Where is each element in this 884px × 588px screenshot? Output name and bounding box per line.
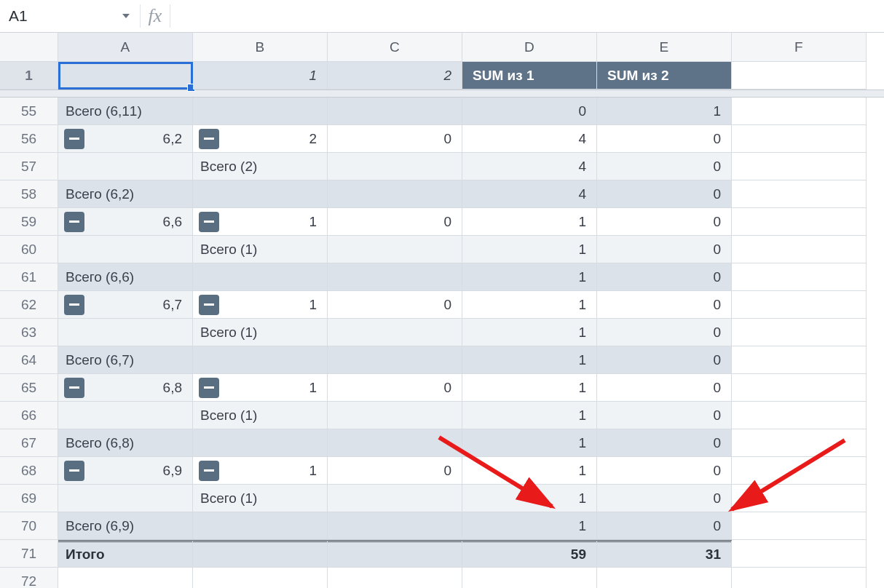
cell[interactable]: 0: [597, 208, 732, 236]
row-header[interactable]: 70: [0, 512, 58, 540]
cell[interactable]: [732, 485, 867, 512]
cell[interactable]: [193, 429, 328, 457]
cell[interactable]: Всего (6,9): [58, 512, 193, 540]
formula-input[interactable]: [170, 0, 884, 33]
cell[interactable]: [328, 98, 462, 125]
cell[interactable]: [328, 485, 462, 512]
cell[interactable]: 4: [462, 125, 597, 153]
cell[interactable]: [732, 291, 867, 319]
collapse-button[interactable]: [64, 461, 84, 481]
collapse-button[interactable]: [199, 461, 219, 481]
cell[interactable]: 0: [597, 402, 732, 429]
cell[interactable]: 1: [193, 374, 328, 402]
cell[interactable]: 1: [462, 485, 597, 512]
cell[interactable]: 1: [462, 319, 597, 346]
cell-E1[interactable]: SUM из 2: [597, 62, 732, 90]
cell[interactable]: [58, 236, 193, 263]
row-header[interactable]: 62: [0, 291, 58, 319]
cell[interactable]: [732, 346, 867, 374]
cell[interactable]: 6,8: [58, 374, 193, 402]
col-header-A[interactable]: A: [58, 33, 193, 62]
cell[interactable]: 6,9: [58, 457, 193, 485]
collapse-button[interactable]: [64, 378, 84, 398]
cell[interactable]: [58, 568, 193, 588]
row-header[interactable]: 57: [0, 153, 58, 180]
cell[interactable]: [732, 153, 867, 180]
collapse-button[interactable]: [64, 295, 84, 315]
cell[interactable]: 0: [597, 457, 732, 485]
cell[interactable]: 0: [597, 319, 732, 346]
cell[interactable]: [58, 153, 193, 180]
cell[interactable]: 0: [597, 125, 732, 153]
col-header-C[interactable]: C: [328, 33, 462, 62]
cell[interactable]: 0: [328, 457, 462, 485]
row-header[interactable]: 58: [0, 180, 58, 208]
cell[interactable]: [193, 180, 328, 208]
row-header[interactable]: 65: [0, 374, 58, 402]
cell-B1[interactable]: 1: [193, 62, 328, 90]
cell[interactable]: 2: [193, 125, 328, 153]
cell[interactable]: [58, 485, 193, 512]
cell[interactable]: 0: [597, 485, 732, 512]
cell[interactable]: Всего (1): [193, 236, 328, 263]
cell[interactable]: [732, 263, 867, 291]
cell[interactable]: [328, 402, 462, 429]
cell[interactable]: [328, 180, 462, 208]
cell[interactable]: 0: [328, 291, 462, 319]
row-header[interactable]: 63: [0, 319, 58, 346]
cell[interactable]: Всего (1): [193, 402, 328, 429]
cell[interactable]: 0: [328, 374, 462, 402]
cell[interactable]: 1: [193, 457, 328, 485]
cell[interactable]: 1: [462, 263, 597, 291]
cell[interactable]: [193, 512, 328, 540]
row-header[interactable]: 69: [0, 485, 58, 512]
cell[interactable]: 59: [462, 540, 597, 568]
cell[interactable]: 1: [462, 346, 597, 374]
cell[interactable]: Всего (6,8): [58, 429, 193, 457]
cell[interactable]: 0: [597, 512, 732, 540]
cell[interactable]: 1: [462, 208, 597, 236]
cell[interactable]: [732, 402, 867, 429]
collapse-button[interactable]: [64, 212, 84, 232]
col-header-D[interactable]: D: [462, 33, 597, 62]
cell[interactable]: 0: [597, 374, 732, 402]
cell[interactable]: [328, 153, 462, 180]
cell[interactable]: [462, 568, 597, 588]
cell[interactable]: [732, 457, 867, 485]
cell[interactable]: 6,2: [58, 125, 193, 153]
cell[interactable]: Всего (1): [193, 485, 328, 512]
cell[interactable]: 0: [597, 153, 732, 180]
cell[interactable]: 0: [597, 263, 732, 291]
cell[interactable]: Всего (6,2): [58, 180, 193, 208]
cell[interactable]: Итого: [58, 540, 193, 568]
collapse-button[interactable]: [199, 295, 219, 315]
name-box[interactable]: A1: [0, 0, 140, 32]
row-header[interactable]: 66: [0, 402, 58, 429]
cell[interactable]: [193, 540, 328, 568]
cell[interactable]: [193, 98, 328, 125]
collapse-button[interactable]: [199, 212, 219, 232]
cell[interactable]: [732, 319, 867, 346]
cell[interactable]: [732, 180, 867, 208]
cell[interactable]: 6,7: [58, 291, 193, 319]
row-header[interactable]: 61: [0, 263, 58, 291]
cell[interactable]: [732, 568, 867, 588]
name-box-dropdown-icon[interactable]: [122, 14, 130, 18]
cell[interactable]: [732, 512, 867, 540]
cell[interactable]: [328, 263, 462, 291]
cell[interactable]: 0: [597, 346, 732, 374]
cell[interactable]: [328, 236, 462, 263]
cell[interactable]: Всего (6,11): [58, 98, 193, 125]
collapse-button[interactable]: [199, 129, 219, 149]
cell[interactable]: [597, 568, 732, 588]
row-header[interactable]: 1: [0, 62, 58, 90]
cell[interactable]: [328, 568, 462, 588]
cell[interactable]: 1: [462, 291, 597, 319]
cell[interactable]: Всего (6,6): [58, 263, 193, 291]
row-header[interactable]: 60: [0, 236, 58, 263]
cell[interactable]: [732, 374, 867, 402]
row-header[interactable]: 68: [0, 457, 58, 485]
cell[interactable]: 0: [597, 236, 732, 263]
cell[interactable]: [193, 346, 328, 374]
cell[interactable]: [193, 263, 328, 291]
